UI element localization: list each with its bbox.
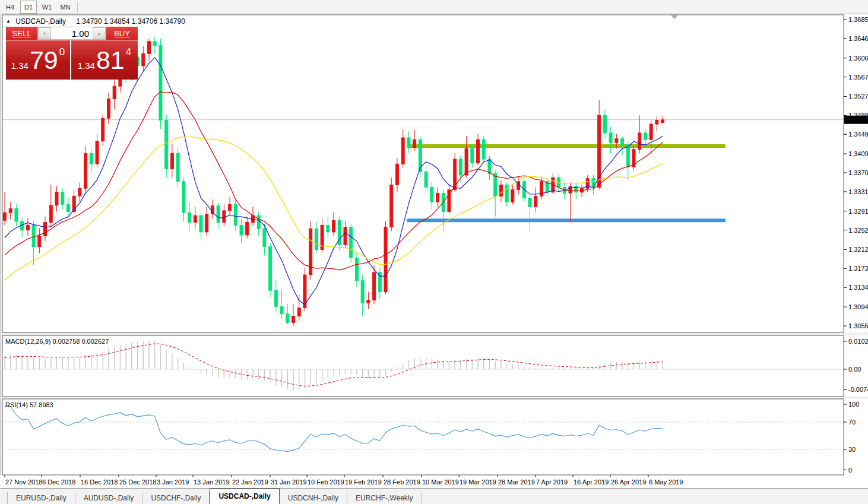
trading-terminal-window: H4 D1 W1 MN 1.368501.364601.360601.35670… xyxy=(0,0,868,504)
candle xyxy=(263,229,266,246)
rsi-axis-label: 70 xyxy=(848,419,856,426)
candle xyxy=(234,204,237,225)
candle xyxy=(292,316,295,323)
price-axis-label: 1.33310 xyxy=(848,188,868,195)
candle xyxy=(534,196,537,207)
candle xyxy=(344,227,347,245)
time-axis-label: 31 Jan 2019 xyxy=(271,478,307,486)
macd-name: MACD(12,26,9) xyxy=(5,338,50,345)
tab-eurchf-weekly[interactable]: EURCHF-,Weekly xyxy=(347,492,422,504)
time-axis-label: 19 Feb 2019 xyxy=(345,478,382,486)
volume-increase-icon[interactable]: ▲ xyxy=(93,27,106,39)
price-axis-label: 1.32120 xyxy=(848,246,868,253)
time-axis[interactable]: 27 Nov 20186 Dec 201816 Dec 201825 Dec 2… xyxy=(5,475,683,486)
price-axis-label: 1.30550 xyxy=(848,322,868,329)
tab-usdchf-daily[interactable]: USDCHF-,Daily xyxy=(142,492,210,504)
candle xyxy=(361,281,364,303)
candle xyxy=(153,42,156,46)
candle xyxy=(9,209,12,213)
price-axis-label: 1.33700 xyxy=(848,169,868,176)
candle xyxy=(471,148,474,163)
price-axis-label: 1.32910 xyxy=(848,208,868,215)
candle xyxy=(350,227,353,258)
candle xyxy=(44,223,47,236)
candle xyxy=(459,159,462,175)
candle xyxy=(327,225,330,232)
candle xyxy=(638,133,641,150)
candle xyxy=(229,204,232,211)
candle xyxy=(528,198,531,207)
price-axis-label: 1.35670 xyxy=(848,74,868,81)
candle xyxy=(488,159,491,174)
tab-usdcad-daily[interactable]: USDCAD-,Daily xyxy=(210,489,279,504)
candle xyxy=(96,141,99,164)
time-axis-label: 6 May 2019 xyxy=(649,478,683,486)
candle xyxy=(15,209,18,221)
buy-price-tile: 1.34 81 4 xyxy=(71,40,138,80)
candle xyxy=(159,45,162,120)
current-price-tag: 1.34790 xyxy=(846,116,868,123)
buy-button[interactable]: BUY xyxy=(106,27,138,40)
candle xyxy=(297,308,300,316)
price-axis-label: 1.35270 xyxy=(848,93,868,100)
price-axis-label: 1.31340 xyxy=(848,284,868,291)
rsi-axis-label: 30 xyxy=(848,446,856,453)
buy-price-prefix: 1.34 xyxy=(78,61,95,71)
price-axis-label: 1.36060 xyxy=(848,55,868,62)
candle xyxy=(407,138,410,147)
candle xyxy=(655,121,658,125)
candle xyxy=(482,140,485,159)
time-axis-label: 25 Dec 2018 xyxy=(119,478,156,486)
price-axis-label: 1.34490 xyxy=(848,131,868,138)
candle xyxy=(113,86,116,99)
pane-backgrounds xyxy=(0,15,868,475)
candle xyxy=(390,185,393,227)
candle xyxy=(246,223,249,235)
time-axis-label: 10 Feb 2019 xyxy=(308,478,344,486)
candle xyxy=(61,192,64,204)
candle xyxy=(425,172,427,187)
candle xyxy=(465,148,468,175)
time-axis-label: 28 Feb 2019 xyxy=(384,478,420,486)
candle xyxy=(384,227,387,292)
candle xyxy=(661,120,664,123)
candle xyxy=(395,164,398,185)
candle xyxy=(142,53,145,65)
price-axis-label: 1.34090 xyxy=(848,150,868,157)
sell-button[interactable]: SELL xyxy=(6,27,37,40)
rsi-axis-label: 100 xyxy=(848,401,859,408)
volume-decrease-icon[interactable]: ▼ xyxy=(38,27,51,39)
tab-audusd-daily[interactable]: AUDUSD-,Daily xyxy=(75,492,143,504)
tab-eurusd-daily[interactable]: EURUSD-,Daily xyxy=(7,492,75,504)
candle xyxy=(494,174,497,196)
candle xyxy=(280,306,283,313)
candle xyxy=(430,188,433,202)
collapse-panel-icon[interactable]: ▲ xyxy=(6,18,11,24)
sell-price-prefix: 1.34 xyxy=(11,61,28,71)
candle xyxy=(436,193,439,202)
macd-axis-label: -0.007477 xyxy=(848,386,868,393)
candle xyxy=(257,215,260,229)
candle xyxy=(217,206,220,223)
price-axis-label: 1.30940 xyxy=(848,303,868,310)
volume-input[interactable] xyxy=(51,27,93,39)
candle xyxy=(26,225,29,230)
candle xyxy=(286,314,289,323)
macd-label: MACD(12,26,9) 0.002758 0.002627 xyxy=(5,338,109,345)
candle xyxy=(644,133,647,140)
time-axis-label: 28 Mar 2019 xyxy=(498,478,535,486)
tab-usdcnh-daily[interactable]: USDCNH-,Daily xyxy=(280,492,347,504)
rsi-value: 57.8983 xyxy=(30,401,53,408)
candle xyxy=(223,211,226,223)
rsi-axis-label: 0 xyxy=(848,467,852,474)
candle xyxy=(4,213,7,220)
time-axis-label: 13 Jan 2019 xyxy=(194,478,230,486)
candle xyxy=(315,229,318,249)
volume-stepper: ▼ ▲ xyxy=(37,27,106,40)
candle xyxy=(499,185,502,196)
candle xyxy=(274,290,277,306)
time-axis-label: 16 Apr 2019 xyxy=(574,478,609,486)
buy-price-big: 81 xyxy=(96,42,125,78)
candle xyxy=(355,258,358,280)
candle xyxy=(90,153,93,164)
